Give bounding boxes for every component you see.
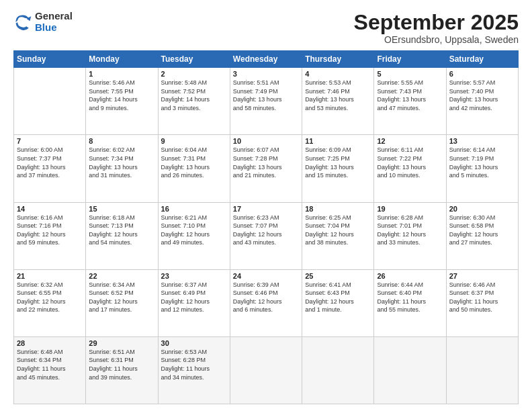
day-number: 1 [89, 70, 154, 78]
calendar-cell: 4Sunrise: 5:53 AM Sunset: 7:46 PM Daylig… [302, 68, 374, 135]
day-detail: Sunrise: 6:51 AM Sunset: 6:31 PM Dayligh… [89, 348, 154, 381]
day-number: 12 [377, 137, 443, 145]
day-number: 18 [305, 205, 371, 213]
day-number: 5 [377, 70, 443, 78]
calendar-cell: 15Sunrise: 6:18 AM Sunset: 7:13 PM Dayli… [86, 202, 158, 269]
day-detail: Sunrise: 6:30 AM Sunset: 6:58 PM Dayligh… [449, 214, 515, 247]
day-detail: Sunrise: 6:09 AM Sunset: 7:25 PM Dayligh… [305, 146, 371, 179]
day-number: 4 [305, 70, 371, 78]
calendar-week-1: 1Sunrise: 5:46 AM Sunset: 7:55 PM Daylig… [14, 68, 519, 135]
weekday-header-tuesday: Tuesday [158, 51, 230, 68]
day-number: 28 [17, 339, 83, 347]
header: General Blue September 2025 OErsundsbro,… [13, 11, 519, 45]
day-detail: Sunrise: 6:34 AM Sunset: 6:52 PM Dayligh… [89, 281, 154, 314]
month-title: September 2025 [354, 11, 519, 34]
calendar-cell: 22Sunrise: 6:34 AM Sunset: 6:52 PM Dayli… [86, 269, 158, 336]
calendar-week-4: 21Sunrise: 6:32 AM Sunset: 6:55 PM Dayli… [14, 269, 519, 336]
day-number: 21 [17, 272, 83, 280]
day-detail: Sunrise: 6:23 AM Sunset: 7:07 PM Dayligh… [233, 214, 299, 247]
day-detail: Sunrise: 5:51 AM Sunset: 7:49 PM Dayligh… [233, 79, 299, 112]
day-number: 8 [89, 137, 154, 145]
calendar-cell [446, 336, 518, 404]
calendar-week-5: 28Sunrise: 6:48 AM Sunset: 6:34 PM Dayli… [14, 336, 519, 404]
calendar-cell: 13Sunrise: 6:14 AM Sunset: 7:19 PM Dayli… [446, 135, 518, 202]
day-number: 9 [161, 137, 227, 145]
page: General Blue September 2025 OErsundsbro,… [0, 0, 532, 411]
logo-text: General Blue [35, 11, 73, 33]
day-detail: Sunrise: 6:25 AM Sunset: 7:04 PM Dayligh… [305, 214, 371, 247]
calendar-cell: 26Sunrise: 6:44 AM Sunset: 6:40 PM Dayli… [374, 269, 446, 336]
day-number: 26 [377, 272, 443, 280]
day-number: 22 [89, 272, 154, 280]
weekday-header-friday: Friday [374, 51, 446, 68]
day-detail: Sunrise: 6:32 AM Sunset: 6:55 PM Dayligh… [17, 281, 83, 314]
day-detail: Sunrise: 6:16 AM Sunset: 7:16 PM Dayligh… [17, 214, 83, 247]
calendar-cell: 3Sunrise: 5:51 AM Sunset: 7:49 PM Daylig… [230, 68, 302, 135]
calendar-cell: 5Sunrise: 5:55 AM Sunset: 7:43 PM Daylig… [374, 68, 446, 135]
location-subtitle: OErsundsbro, Uppsala, Sweden [354, 34, 519, 45]
calendar-cell: 25Sunrise: 6:41 AM Sunset: 6:43 PM Dayli… [302, 269, 374, 336]
calendar-cell: 27Sunrise: 6:46 AM Sunset: 6:37 PM Dayli… [446, 269, 518, 336]
calendar-cell [230, 336, 302, 404]
day-number: 2 [161, 70, 227, 78]
calendar-week-2: 7Sunrise: 6:00 AM Sunset: 7:37 PM Daylig… [14, 135, 519, 202]
calendar-cell: 2Sunrise: 5:48 AM Sunset: 7:52 PM Daylig… [158, 68, 230, 135]
day-number: 19 [377, 205, 443, 213]
calendar-week-3: 14Sunrise: 6:16 AM Sunset: 7:16 PM Dayli… [14, 202, 519, 269]
calendar-cell: 9Sunrise: 6:04 AM Sunset: 7:31 PM Daylig… [158, 135, 230, 202]
calendar-cell: 17Sunrise: 6:23 AM Sunset: 7:07 PM Dayli… [230, 202, 302, 269]
calendar-cell: 16Sunrise: 6:21 AM Sunset: 7:10 PM Dayli… [158, 202, 230, 269]
logo: General Blue [13, 11, 73, 33]
weekday-header-sunday: Sunday [14, 51, 86, 68]
day-detail: Sunrise: 6:28 AM Sunset: 7:01 PM Dayligh… [377, 214, 443, 247]
logo-blue-text: Blue [35, 22, 73, 34]
calendar-cell: 6Sunrise: 5:57 AM Sunset: 7:40 PM Daylig… [446, 68, 518, 135]
day-number: 24 [233, 272, 299, 280]
day-number: 17 [233, 205, 299, 213]
calendar-cell: 21Sunrise: 6:32 AM Sunset: 6:55 PM Dayli… [14, 269, 86, 336]
day-detail: Sunrise: 6:04 AM Sunset: 7:31 PM Dayligh… [161, 146, 227, 179]
day-number: 10 [233, 137, 299, 145]
day-number: 15 [89, 205, 154, 213]
calendar-cell: 14Sunrise: 6:16 AM Sunset: 7:16 PM Dayli… [14, 202, 86, 269]
day-detail: Sunrise: 6:39 AM Sunset: 6:46 PM Dayligh… [233, 281, 299, 314]
calendar-cell: 7Sunrise: 6:00 AM Sunset: 7:37 PM Daylig… [14, 135, 86, 202]
calendar-cell: 29Sunrise: 6:51 AM Sunset: 6:31 PM Dayli… [86, 336, 158, 404]
calendar-cell [374, 336, 446, 404]
calendar-cell: 1Sunrise: 5:46 AM Sunset: 7:55 PM Daylig… [86, 68, 158, 135]
day-number: 6 [449, 70, 515, 78]
calendar-cell [14, 68, 86, 135]
day-detail: Sunrise: 5:48 AM Sunset: 7:52 PM Dayligh… [161, 79, 227, 112]
day-detail: Sunrise: 5:57 AM Sunset: 7:40 PM Dayligh… [449, 79, 515, 112]
day-detail: Sunrise: 6:44 AM Sunset: 6:40 PM Dayligh… [377, 281, 443, 314]
logo-icon [13, 13, 32, 32]
calendar-cell [302, 336, 374, 404]
day-detail: Sunrise: 6:02 AM Sunset: 7:34 PM Dayligh… [89, 146, 154, 179]
calendar-cell: 10Sunrise: 6:07 AM Sunset: 7:28 PM Dayli… [230, 135, 302, 202]
day-number: 20 [449, 205, 515, 213]
day-number: 23 [161, 272, 227, 280]
day-number: 11 [305, 137, 371, 145]
weekday-header-wednesday: Wednesday [230, 51, 302, 68]
calendar-cell: 24Sunrise: 6:39 AM Sunset: 6:46 PM Dayli… [230, 269, 302, 336]
weekday-header-monday: Monday [86, 51, 158, 68]
day-number: 29 [89, 339, 154, 347]
calendar-cell: 20Sunrise: 6:30 AM Sunset: 6:58 PM Dayli… [446, 202, 518, 269]
calendar-header: SundayMondayTuesdayWednesdayThursdayFrid… [14, 51, 519, 68]
day-number: 3 [233, 70, 299, 78]
day-number: 16 [161, 205, 227, 213]
day-detail: Sunrise: 5:55 AM Sunset: 7:43 PM Dayligh… [377, 79, 443, 112]
logo-general-text: General [35, 11, 73, 22]
day-detail: Sunrise: 6:14 AM Sunset: 7:19 PM Dayligh… [449, 146, 515, 179]
calendar-cell: 11Sunrise: 6:09 AM Sunset: 7:25 PM Dayli… [302, 135, 374, 202]
day-number: 30 [161, 339, 227, 347]
calendar-cell: 23Sunrise: 6:37 AM Sunset: 6:49 PM Dayli… [158, 269, 230, 336]
day-number: 7 [17, 137, 83, 145]
day-detail: Sunrise: 6:41 AM Sunset: 6:43 PM Dayligh… [305, 281, 371, 314]
day-detail: Sunrise: 5:53 AM Sunset: 7:46 PM Dayligh… [305, 79, 371, 112]
day-detail: Sunrise: 6:11 AM Sunset: 7:22 PM Dayligh… [377, 146, 443, 179]
calendar-body: 1Sunrise: 5:46 AM Sunset: 7:55 PM Daylig… [14, 68, 519, 404]
calendar-cell: 28Sunrise: 6:48 AM Sunset: 6:34 PM Dayli… [14, 336, 86, 404]
day-number: 14 [17, 205, 83, 213]
day-detail: Sunrise: 6:07 AM Sunset: 7:28 PM Dayligh… [233, 146, 299, 179]
